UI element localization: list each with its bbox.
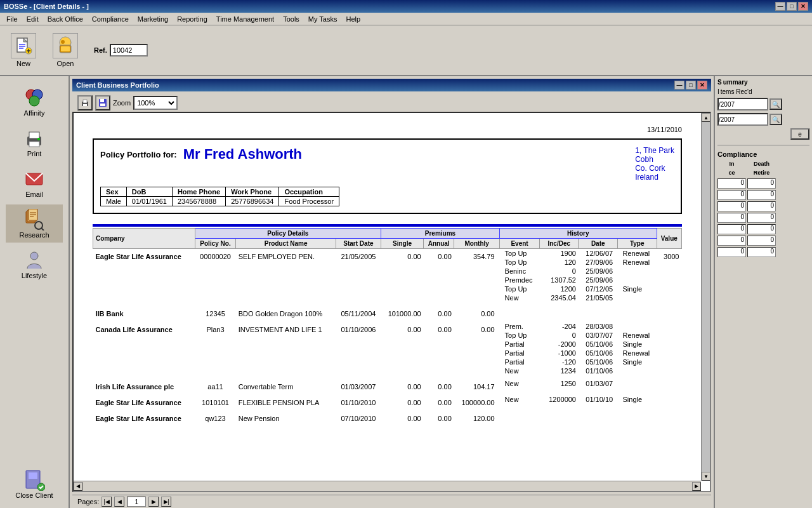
save-report-btn[interactable] <box>95 95 110 110</box>
menu-mytasks[interactable]: My Tasks <box>304 14 341 24</box>
title-bar: BOSSe - [Client Details - ] — □ ✕ <box>0 0 812 13</box>
scroll-up-btn[interactable]: ▲ <box>702 113 710 122</box>
page-number-input[interactable] <box>127 497 146 507</box>
history-empty-cell <box>539 306 579 318</box>
nav-close-client[interactable]: Close Client <box>6 465 63 503</box>
inner-max-btn[interactable]: □ <box>686 81 696 90</box>
history-cell <box>618 379 657 391</box>
policy-cell: Plan3 <box>195 322 235 375</box>
inner-min-btn[interactable]: — <box>674 81 684 90</box>
scroll-down-btn[interactable]: ▼ <box>702 472 710 481</box>
work-phone-value: 25776896634 <box>226 197 279 206</box>
history-cell: -2000 <box>539 340 579 349</box>
history-cell: 01/03/07 <box>579 379 618 391</box>
nav-close-client-label: Close Client <box>15 491 53 499</box>
compliance-cell: 0 <box>747 201 776 211</box>
history-cell: Renewal <box>618 249 657 258</box>
left-nav: Affinity Print Email <box>0 76 70 508</box>
maximize-btn[interactable]: □ <box>787 2 797 11</box>
open-button[interactable]: Open <box>47 30 84 70</box>
lifestyle-icon <box>23 249 46 272</box>
menu-tools[interactable]: Tools <box>279 14 303 24</box>
prev-page-btn[interactable]: ◀ <box>114 497 124 507</box>
inner-close-btn[interactable]: ✕ <box>697 81 707 90</box>
nav-affinity[interactable]: Affinity <box>6 83 63 121</box>
scroll-left-btn[interactable]: ◀ <box>74 482 82 491</box>
date1-input[interactable] <box>717 98 768 110</box>
vertical-scrollbar[interactable]: ▲ ▼ <box>701 113 710 481</box>
scroll-track-v <box>702 122 710 472</box>
menu-edit[interactable]: Edit <box>23 14 43 24</box>
history-cell: 01/10/06 <box>579 366 618 375</box>
next-page-btn[interactable]: ▶ <box>148 497 159 507</box>
compliance-row: 00 <box>717 236 809 246</box>
zoom-select[interactable]: 100% 50% 75% 125% 150% <box>133 96 178 110</box>
menu-reporting[interactable]: Reporting <box>173 14 211 24</box>
svg-point-28 <box>30 252 38 260</box>
history-cell: -1000 <box>539 349 579 358</box>
table-row: Eagle Star Life Assurance00000020SELF EM… <box>93 249 682 258</box>
print-report-btn[interactable] <box>77 95 93 110</box>
close-btn[interactable]: ✕ <box>798 2 808 11</box>
horizontal-scrollbar[interactable]: ◀ ▶ <box>74 481 701 491</box>
nav-print[interactable]: Print <box>6 123 63 161</box>
client-name-section: Policy Portfolio for: Mr Fred Ashworth <box>100 146 302 163</box>
first-page-btn[interactable]: |◀ <box>102 497 112 507</box>
policy-cell: INVESTMENT AND LIFE 1 <box>236 322 336 375</box>
policy-cell: BDO Golden Dragon 100% <box>236 306 336 318</box>
th-annual: Annual <box>424 239 454 249</box>
nav-lifestyle[interactable]: Lifestyle <box>6 245 63 283</box>
personal-details: Sex DoB Home Phone Work Phone Occupation… <box>100 187 674 206</box>
value-cell: 3000 <box>657 249 682 303</box>
history-cell: 05/10/06 <box>579 340 618 349</box>
th-inc-dec: Inc/Dec <box>539 239 579 249</box>
last-page-btn[interactable]: ▶| <box>161 497 171 507</box>
history-cell: Single <box>618 340 657 349</box>
open-label: Open <box>57 60 74 67</box>
svg-rect-30 <box>29 472 37 479</box>
minimize-btn[interactable]: — <box>775 2 785 11</box>
menu-timemanagement[interactable]: Time Management <box>213 14 278 24</box>
nav-email[interactable]: Email <box>6 164 63 202</box>
history-cell: 1234 <box>539 366 579 375</box>
compliance-cell: 0 <box>747 247 776 257</box>
menu-file[interactable]: File <box>3 14 22 24</box>
doc-toolbar: Zoom 100% 50% 75% 125% 150% <box>72 94 711 112</box>
history-cell: Single <box>618 284 657 293</box>
e-button[interactable]: e <box>790 128 809 140</box>
search-btn1[interactable]: 🔍 <box>769 98 782 110</box>
ref-input[interactable] <box>110 44 148 57</box>
home-phone-value: 2345678888 <box>172 197 225 206</box>
new-button[interactable]: New <box>5 30 42 70</box>
svg-rect-37 <box>100 104 105 106</box>
menu-help[interactable]: Help <box>342 14 364 24</box>
history-cell: Beninc <box>500 267 540 276</box>
compliance-row: 00 <box>717 247 809 257</box>
client-address: 1, The Park Cobh Co. Cork Ireland <box>635 146 674 182</box>
menu-backoffice[interactable]: Back Office <box>44 14 87 24</box>
th-single: Single <box>381 239 423 249</box>
inner-title-controls: — □ ✕ <box>674 81 707 90</box>
new-label: New <box>16 60 30 67</box>
policy-cell: 05/11/2004 <box>336 306 381 318</box>
policy-cell: 07/10/2010 <box>336 411 381 423</box>
open-icon <box>53 33 78 58</box>
client-header: Policy Portfolio for: Mr Fred Ashworth 1… <box>93 138 682 214</box>
history-cell: Partial <box>500 358 540 366</box>
menu-marketing[interactable]: Marketing <box>134 14 172 24</box>
menu-compliance[interactable]: Compliance <box>88 14 133 24</box>
doc-scroll-area[interactable]: 13/11/2010 Policy Portfolio for: Mr Fred… <box>74 113 701 481</box>
policy-cell: 101000.00 <box>381 306 423 318</box>
nav-research[interactable]: Research <box>6 204 63 243</box>
th-history: History <box>500 229 657 239</box>
scroll-right-btn[interactable]: ▶ <box>692 482 701 491</box>
history-cell <box>618 293 657 302</box>
items-recd-row: Items Rec'd <box>717 88 809 95</box>
date2-input[interactable] <box>717 113 768 126</box>
history-empty-cell <box>618 411 657 423</box>
policy-cell: Eagle Star Life Assurance <box>93 249 195 303</box>
policy-cell: 1010101 <box>195 395 235 407</box>
search-btn2[interactable]: 🔍 <box>769 114 782 125</box>
col-death: Death <box>747 161 776 167</box>
history-empty-cell <box>618 306 657 318</box>
